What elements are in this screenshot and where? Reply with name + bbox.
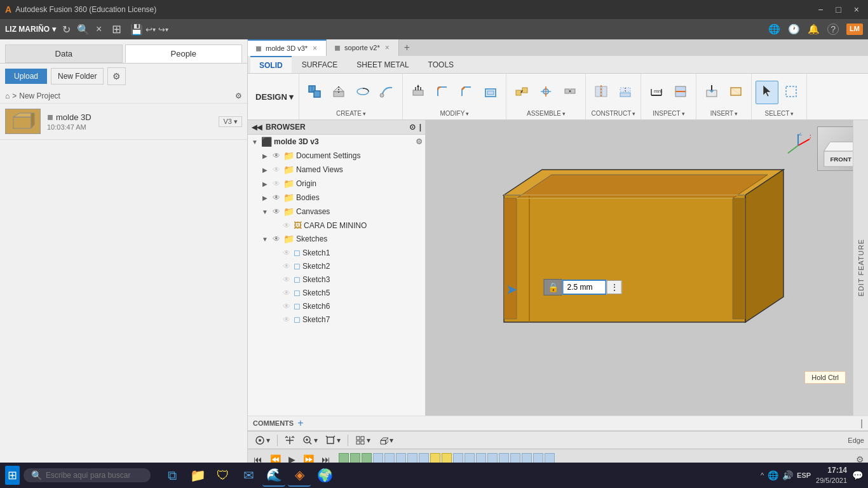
maximize-button[interactable]: □ [832, 4, 844, 15]
taskbar-app-chrome[interactable]: 🌍 [313, 464, 336, 487]
refresh-icon[interactable]: ↻ [62, 24, 71, 36]
browser-toggle-icon[interactable]: | [419, 123, 421, 132]
sys-tray-volume[interactable]: 🔊 [782, 470, 793, 480]
revolve-btn[interactable] [351, 81, 374, 104]
start-button[interactable]: ⊞ [5, 466, 20, 485]
zoom-btn[interactable]: ▾ [299, 434, 321, 447]
browser-item-doc-settings[interactable]: ▶ 👁 📁 Document Settings [248, 149, 425, 163]
sketch2-eye[interactable]: 👁 [281, 262, 292, 271]
minimize-button[interactable]: − [814, 4, 827, 15]
browser-item-origin[interactable]: ▶ 👁 📁 Origin [248, 177, 425, 191]
close-nav-icon[interactable]: × [96, 24, 102, 35]
sketches-arrow[interactable]: ▼ [261, 236, 269, 243]
browser-collapse-btn[interactable]: ◀◀ [252, 123, 262, 132]
sketches-eye[interactable]: 👁 [271, 234, 281, 243]
select-btn[interactable] [756, 81, 778, 104]
user-info[interactable]: LIZ MARIÑO ▾ [5, 25, 56, 34]
box-select-btn[interactable] [780, 81, 803, 104]
chamfer-btn[interactable] [455, 81, 478, 104]
shell-btn[interactable] [479, 81, 502, 104]
measure-btn[interactable]: mm [645, 81, 668, 104]
browser-item-cara[interactable]: ▶ 👁 🖼 CARA DE MININO [248, 219, 425, 232]
dimension-menu-btn[interactable]: ⋮ [607, 280, 622, 294]
canvases-eye[interactable]: 👁 [271, 207, 281, 216]
select-label[interactable]: SELECT ▾ [765, 109, 794, 117]
grid-icon[interactable]: ⊞ [112, 22, 121, 36]
fit-btn[interactable]: ▾ [322, 434, 344, 447]
tab-people[interactable]: People [125, 44, 243, 63]
clock[interactable]: 17:14 29/5/2021 [816, 465, 847, 485]
close-button[interactable]: × [850, 4, 863, 15]
browser-item-sketches[interactable]: ▼ 👁 📁 Sketches [248, 232, 425, 246]
search-box[interactable]: 🔍 [24, 468, 151, 482]
sketch5-eye[interactable]: 👁 [281, 288, 292, 297]
version-badge[interactable]: V3 ▾ [219, 116, 242, 127]
sys-tray-lang[interactable]: ESP [797, 471, 811, 479]
browser-item-sketch5[interactable]: ▶ 👁 ◻ Sketch5 [248, 286, 425, 299]
avatar[interactable]: LM [846, 24, 863, 35]
doc-settings-arrow[interactable]: ▶ [261, 152, 269, 159]
tab-tools[interactable]: TOOLS [419, 56, 463, 73]
root-settings-icon[interactable]: ⚙ [416, 137, 423, 146]
section-btn[interactable] [669, 81, 692, 104]
view-cube-btn[interactable]: ▾ [375, 434, 397, 447]
notification-icon[interactable]: 💬 [852, 470, 863, 480]
tab-data[interactable]: Data [5, 44, 123, 63]
pan-btn[interactable] [281, 434, 298, 447]
browser-item-sketch3[interactable]: ▶ 👁 ◻ Sketch3 [248, 273, 425, 286]
doc-tab-molde[interactable]: ◼ molde 3D v3* × [248, 39, 327, 56]
tab-surface[interactable]: SURFACE [293, 56, 347, 73]
browser-item-sketch2[interactable]: ▶ 👁 ◻ Sketch2 [248, 259, 425, 273]
taskbar-search-input[interactable] [46, 471, 135, 480]
taskbar-app-fusion[interactable]: ◈ [288, 464, 311, 487]
edit-feature-label[interactable]: EDIT FEATURE [857, 239, 865, 296]
search-icon[interactable]: 🔍 [77, 24, 90, 36]
sweep-btn[interactable] [376, 81, 398, 104]
sketch6-eye[interactable]: 👁 [281, 302, 292, 311]
insert-btn[interactable] [700, 81, 723, 104]
breadcrumb-project[interactable]: New Project [19, 92, 60, 100]
cara-eye[interactable]: 👁 [281, 221, 292, 230]
online-icon[interactable]: 🌐 [768, 24, 780, 35]
tab-solid[interactable]: SOLID [250, 56, 292, 73]
comments-add-btn[interactable]: + [297, 417, 303, 429]
grid-view-btn[interactable]: ▾ [352, 434, 374, 447]
assemble-label[interactable]: ASSEMBLE ▾ [527, 109, 566, 117]
new-folder-button[interactable]: New Folder [51, 68, 104, 85]
browser-item-named-views[interactable]: ▶ 👁 📁 Named Views [248, 163, 425, 177]
doc-tab-close-soporte[interactable]: × [384, 43, 391, 52]
construct-label[interactable]: CONSTRUCT ▾ [592, 109, 636, 117]
doc-settings-eye[interactable]: 👁 [271, 151, 281, 160]
browser-item-bodies[interactable]: ▶ 👁 📁 Bodies [248, 191, 425, 205]
inspect-label[interactable]: INSPECT ▾ [653, 109, 684, 117]
breadcrumb-settings-icon[interactable]: ⚙ [235, 92, 242, 100]
sys-tray-network[interactable]: 🌐 [768, 470, 778, 480]
origin-arrow[interactable]: ▶ [261, 180, 269, 187]
home-icon[interactable]: ⌂ [5, 92, 10, 100]
origin-eye[interactable]: 👁 [271, 179, 281, 188]
taskbar-app-security[interactable]: 🛡 [212, 464, 234, 487]
insert-label[interactable]: INSERT ▾ [710, 109, 738, 117]
save-icon[interactable]: 💾 [130, 24, 143, 36]
sys-tray-expand[interactable]: ^ [761, 471, 764, 479]
design-dropdown[interactable]: DESIGN ▾ [250, 74, 299, 119]
sketch3-eye[interactable]: 👁 [281, 275, 292, 284]
file-item[interactable]: ◼ molde 3D 10:03:47 AM V3 ▾ [0, 104, 247, 140]
dimension-input[interactable] [562, 280, 607, 295]
browser-item-sketch1[interactable]: ▶ 👁 ◻ Sketch1 [248, 246, 425, 259]
redo-btn[interactable]: ↪▾ [158, 25, 168, 34]
doc-tab-soporte[interactable]: ◼ soporte v2* × [327, 39, 399, 56]
create-new-comp-btn[interactable] [303, 81, 326, 104]
browser-item-canvases[interactable]: ▼ 👁 📁 Canvases [248, 205, 425, 219]
offset-plane-btn[interactable] [614, 81, 637, 104]
bell-icon[interactable]: 🔔 [808, 24, 820, 35]
browser-root-item[interactable]: ▼ ⬛ molde 3D v3 ⚙ [248, 135, 425, 149]
taskbar-app-taskview[interactable]: ⧉ [161, 464, 184, 487]
midplane-btn[interactable] [590, 81, 613, 104]
taskbar-app-edge[interactable]: 🌊 [262, 464, 285, 487]
root-expand-arrow[interactable]: ▼ [250, 139, 259, 146]
snap-btn[interactable]: ▾ [252, 434, 273, 447]
dimension-lock[interactable]: 🔒 [544, 279, 562, 295]
browser-menu-icon[interactable]: ⊙ [409, 123, 416, 132]
browser-item-sketch6[interactable]: ▶ 👁 ◻ Sketch6 [248, 299, 425, 313]
